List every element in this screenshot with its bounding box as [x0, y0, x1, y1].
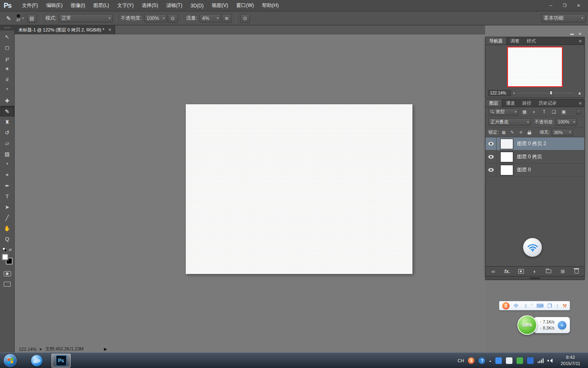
zoom-tool[interactable]: Q [0, 233, 14, 244]
network-tray-icon[interactable] [538, 358, 544, 363]
dock-close-icon[interactable]: ✕ [578, 32, 581, 36]
sogou-logo[interactable]: S [502, 302, 510, 310]
lock-all-icon[interactable] [526, 129, 532, 135]
move-tool[interactable]: ↖ [0, 31, 14, 42]
toggle-brush-panel-button[interactable]: ▤ [27, 14, 37, 23]
foreground-color-swatch[interactable] [2, 254, 9, 260]
gradient-tool[interactable]: ▨ [0, 148, 14, 159]
dodge-tool[interactable]: ⌖ [0, 170, 14, 180]
close-button[interactable]: ✕ [572, 2, 586, 10]
delete-layer-icon[interactable] [574, 269, 579, 274]
lasso-tool[interactable]: ℘ [0, 53, 14, 63]
workspace-switcher[interactable]: 基本功能 ▾ [541, 14, 586, 22]
pressure-opacity-button[interactable]: ⊙ [168, 14, 178, 23]
screen-mode-button[interactable] [4, 282, 11, 287]
navigator-zoom-slider[interactable] [517, 90, 575, 96]
dock-resize-handle[interactable] [485, 276, 585, 280]
pressure-size-button[interactable]: ⊙ [240, 14, 250, 23]
blend-mode-select[interactable]: 正常 ▾ [59, 14, 113, 22]
menu-3d[interactable]: 3D(D) [186, 0, 207, 11]
menu-layer[interactable]: 图层(L) [89, 0, 113, 11]
eyedropper-tool[interactable]: ❜ [0, 85, 14, 95]
tab-adjustments[interactable]: 调整 [507, 37, 523, 45]
memory-ball[interactable]: 59% [517, 315, 537, 335]
brush-preset-picker[interactable]: 37 ▾ [14, 13, 26, 24]
menu-select[interactable]: 选择(S) [138, 0, 162, 11]
sogou-tray-icon[interactable]: S [468, 357, 474, 364]
quick-selection-tool[interactable]: ✶ [0, 63, 14, 74]
eraser-tool[interactable]: ▱ [0, 138, 14, 148]
status-menu-arrow-icon[interactable]: ▶ [104, 347, 107, 351]
tab-styles[interactable]: 样式 [523, 37, 539, 45]
minimize-button[interactable]: ─ [544, 2, 558, 10]
menu-view[interactable]: 视图(V) [207, 0, 232, 11]
layer-thumbnail[interactable] [500, 165, 513, 175]
layer-visibility-toggle[interactable] [486, 164, 497, 176]
layer-opacity-select[interactable]: 100% ▾ [556, 118, 577, 126]
menu-filter[interactable]: 滤镜(T) [162, 0, 186, 11]
tray-icon-1[interactable] [495, 357, 502, 364]
layer-name[interactable]: 图层 0 拷贝 [517, 153, 542, 160]
lock-position-icon[interactable]: ✛ [518, 129, 524, 135]
layer-style-fx-icon[interactable]: fx. [504, 269, 510, 274]
language-indicator[interactable]: CH [458, 358, 464, 363]
filter-adjustment-layers-icon[interactable]: ◐ [530, 108, 538, 115]
layer-visibility-toggle[interactable] [486, 137, 497, 150]
layer-thumbnail[interactable] [500, 139, 513, 149]
adjustment-layer-icon[interactable]: ◐ [532, 269, 538, 274]
tab-layers[interactable]: 图层 [486, 99, 502, 107]
navigator-zoom-field[interactable]: 122.14% [488, 90, 511, 96]
tab-channels[interactable]: 通道 [502, 99, 519, 107]
sogou-settings-icon[interactable]: ⚒ [563, 303, 567, 308]
layer-thumbnail[interactable] [500, 152, 513, 162]
browser-taskbar-icon[interactable] [31, 355, 42, 366]
line-tool[interactable]: ╱ [0, 212, 14, 223]
collapse-panels-icon[interactable]: ◂◂ [570, 32, 573, 36]
type-tool[interactable]: T [0, 191, 14, 202]
clone-stamp-tool[interactable]: ♜ [0, 117, 14, 127]
healing-brush-tool[interactable]: ✚ [0, 95, 14, 106]
wifi-widget[interactable] [523, 238, 542, 257]
start-button[interactable] [4, 354, 17, 367]
tools-panel-grip[interactable] [0, 25, 15, 30]
filter-pixel-layers-icon[interactable]: ▦ [521, 108, 528, 115]
lock-pixels-icon[interactable]: ✎ [509, 129, 515, 135]
slider-thumb[interactable] [550, 91, 552, 95]
menu-help[interactable]: 帮助(H) [258, 0, 283, 11]
status-zoom-value[interactable]: 122.14% [19, 347, 36, 352]
lock-transparency-icon[interactable]: ▦ [501, 129, 507, 135]
boost-button[interactable]: ＋ [558, 321, 566, 330]
brush-tool[interactable]: ✎ [0, 106, 14, 117]
layer-row[interactable]: 图层 0 [486, 164, 584, 177]
layer-name[interactable]: 图层 0 [517, 166, 531, 173]
restore-button[interactable]: ❒ [558, 2, 572, 10]
document-canvas[interactable] [186, 104, 412, 274]
add-layer-mask-icon[interactable] [518, 269, 524, 274]
tray-icon-3[interactable] [517, 357, 523, 364]
help-tray-icon[interactable]: ? [479, 357, 485, 364]
link-layers-icon[interactable]: ∞ [490, 269, 496, 274]
path-selection-tool[interactable]: ➤ [0, 202, 14, 212]
swap-colors-icon[interactable]: ⇄ [9, 248, 12, 252]
sogou-language-icon[interactable]: 中 [514, 303, 519, 308]
layer-blend-mode-select[interactable]: 正片叠底 ▾ [488, 118, 531, 126]
layer-row[interactable]: 图层 0 拷贝 2 [486, 137, 584, 150]
menu-window[interactable]: 窗口(W) [232, 0, 258, 11]
tray-expand-icon[interactable]: ▴ [489, 359, 491, 363]
menu-edit[interactable]: 编辑(E) [42, 0, 67, 11]
layer-visibility-toggle[interactable] [486, 150, 497, 163]
tab-navigator[interactable]: 导航器 [486, 37, 507, 45]
sogou-punctuation-icon[interactable]: ’ [531, 303, 532, 308]
blur-tool[interactable]: ❛ [0, 159, 14, 170]
panel-menu-icon[interactable]: ≡ [576, 99, 584, 107]
new-group-icon[interactable] [546, 269, 552, 273]
filter-smart-objects-icon[interactable]: ▣ [560, 108, 568, 115]
photoshop-taskbar-button[interactable]: Ps [51, 354, 71, 368]
tray-icon-2[interactable] [506, 357, 512, 364]
quick-mask-mode-button[interactable] [4, 271, 11, 276]
flow-select[interactable]: 4% ▾ [200, 14, 221, 22]
airbrush-button[interactable]: ≋ [222, 14, 232, 23]
document-tab[interactable]: 未标题-1 @ 122% (图层 0 拷贝 2, RGB/8) * × [15, 25, 115, 34]
opacity-select[interactable]: 100% ▾ [144, 14, 167, 22]
sogou-skin-icon[interactable]: ↑ [556, 303, 559, 308]
